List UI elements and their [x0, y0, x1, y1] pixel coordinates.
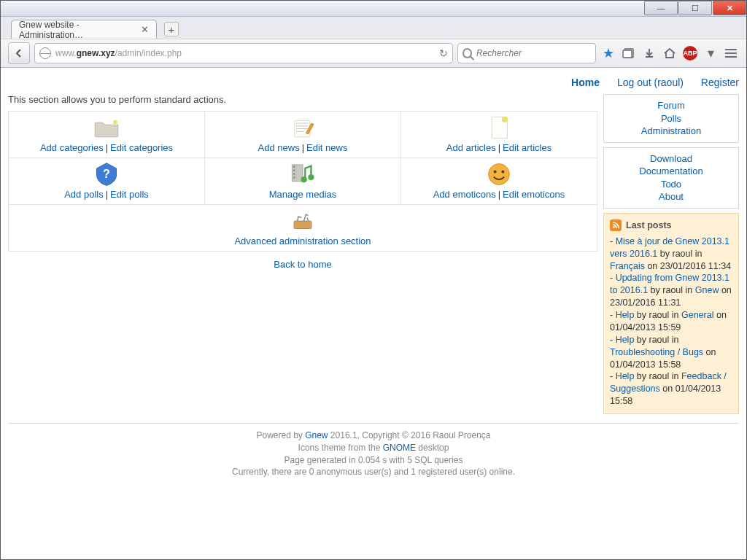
- sb-about[interactable]: About: [604, 190, 738, 203]
- tab-close-icon[interactable]: ✕: [141, 24, 149, 35]
- browser-toolbar: www.gnew.xyz/admin/index.php ↻ ★ ABP ▾: [1, 39, 746, 68]
- nav-home[interactable]: Home: [571, 77, 600, 88]
- page-viewport: Home Log out (raoul) Register This secti…: [1, 68, 746, 559]
- menu-button[interactable]: [723, 45, 739, 61]
- maximize-button[interactable]: ☐: [678, 1, 712, 15]
- notepad-icon: [208, 114, 398, 141]
- add-articles-link[interactable]: Add articles: [446, 142, 496, 153]
- search-input[interactable]: [476, 48, 591, 58]
- sb-forum[interactable]: Forum: [604, 99, 738, 112]
- feed-cat[interactable]: Troubleshooting / Bugs: [610, 347, 703, 357]
- sb-polls[interactable]: Polls: [604, 112, 738, 125]
- svg-rect-1: [623, 50, 632, 58]
- window-titlebar: — ☐ ✕: [1, 1, 746, 17]
- add-categories-link[interactable]: Add categories: [40, 142, 104, 153]
- main-content: This section allows you to perform stand…: [8, 94, 597, 277]
- reload-icon[interactable]: ↻: [439, 47, 448, 59]
- url-text: www.gnew.xyz/admin/index.php: [55, 48, 435, 58]
- nav-register[interactable]: Register: [701, 77, 739, 88]
- address-bar[interactable]: www.gnew.xyz/admin/index.php ↻: [34, 43, 453, 63]
- edit-polls-link[interactable]: Edit polls: [110, 189, 149, 200]
- svg-point-9: [489, 164, 510, 185]
- sb-admin[interactable]: Administration: [604, 125, 738, 138]
- library-icon[interactable]: [621, 45, 637, 61]
- rss-icon[interactable]: [610, 219, 622, 231]
- feed-link[interactable]: Help: [616, 371, 635, 381]
- toolbox-icon: [12, 208, 594, 234]
- sidebar-box-2: Download Documentation Todo About: [603, 147, 739, 209]
- minimize-button[interactable]: —: [644, 1, 678, 15]
- manage-medias-link[interactable]: Manage medias: [269, 189, 337, 200]
- feed-link[interactable]: Help: [616, 335, 635, 345]
- svg-point-13: [613, 226, 615, 228]
- search-icon: [462, 48, 472, 58]
- edit-articles-link[interactable]: Edit articles: [503, 142, 551, 153]
- sb-todo[interactable]: Todo: [604, 178, 738, 191]
- sb-documentation[interactable]: Documentation: [604, 165, 738, 178]
- svg-point-4: [502, 116, 508, 122]
- adblock-icon[interactable]: ABP: [682, 45, 698, 61]
- admin-grid: Add categories|Edit categories Add news|…: [8, 111, 597, 252]
- feed-link[interactable]: Help: [616, 310, 635, 320]
- document-icon: [404, 114, 594, 141]
- browser-tab[interactable]: Gnew website - Administration… ✕: [11, 20, 157, 39]
- add-polls-link[interactable]: Add polls: [64, 189, 103, 200]
- page-footer: Powered by Gnew 2016.1, Copyright © 2016…: [8, 423, 739, 484]
- sidebar: Forum Polls Administration Download Docu…: [603, 94, 739, 414]
- folder-icon: [12, 114, 201, 141]
- sidebar-box-1: Forum Polls Administration: [603, 94, 739, 143]
- add-news-link[interactable]: Add news: [258, 142, 300, 153]
- svg-point-7: [301, 176, 307, 182]
- nav-logout[interactable]: Log out (raoul): [617, 77, 684, 88]
- svg-text:?: ?: [103, 167, 110, 180]
- search-bar[interactable]: [457, 43, 596, 63]
- top-nav: Home Log out (raoul) Register: [8, 74, 739, 94]
- feed-cat[interactable]: General: [681, 310, 713, 320]
- back-to-home-link[interactable]: Back to home: [274, 259, 332, 270]
- feed-header: Last posts: [610, 219, 732, 231]
- home-icon[interactable]: [662, 45, 678, 61]
- new-tab-button[interactable]: +: [164, 22, 179, 36]
- dropdown-icon[interactable]: ▾: [703, 45, 719, 61]
- sb-download[interactable]: Download: [604, 152, 738, 166]
- media-icon: [208, 161, 398, 187]
- svg-point-2: [113, 120, 117, 125]
- site-identity-icon: [39, 47, 51, 59]
- advanced-admin-link[interactable]: Advanced administration section: [234, 236, 371, 246]
- edit-categories-link[interactable]: Edit categories: [110, 142, 173, 153]
- feed-cat[interactable]: Français: [610, 261, 645, 271]
- intro-text: This section allows you to perform stand…: [8, 94, 597, 105]
- svg-point-11: [501, 170, 504, 173]
- footer-gnew-link[interactable]: Gnew: [305, 430, 328, 440]
- svg-rect-12: [294, 221, 311, 229]
- tab-bar: Gnew website - Administration… ✕ +: [1, 17, 746, 39]
- svg-point-8: [308, 174, 314, 180]
- download-icon[interactable]: [641, 45, 657, 61]
- feed-title: Last posts: [626, 220, 672, 230]
- footer-gnome-link[interactable]: GNOME: [383, 443, 416, 453]
- tab-title: Gnew website - Administration…: [19, 20, 135, 40]
- smiley-icon: [404, 161, 594, 187]
- add-emoticons-link[interactable]: Add emoticons: [433, 189, 496, 200]
- svg-point-10: [494, 170, 497, 173]
- window-close-button[interactable]: ✕: [713, 1, 746, 15]
- feed-cat[interactable]: Gnew: [695, 285, 719, 295]
- edit-news-link[interactable]: Edit news: [306, 142, 347, 153]
- last-posts-box: Last posts - Mise à jour de Gnew 2013.1 …: [603, 213, 739, 414]
- browser-window: — ☐ ✕ Gnew website - Administration… ✕ +…: [0, 0, 747, 560]
- edit-emoticons-link[interactable]: Edit emoticons: [503, 189, 565, 200]
- back-button[interactable]: [8, 42, 30, 64]
- bookmark-star-icon[interactable]: ★: [600, 45, 616, 61]
- help-icon: ?: [12, 161, 201, 187]
